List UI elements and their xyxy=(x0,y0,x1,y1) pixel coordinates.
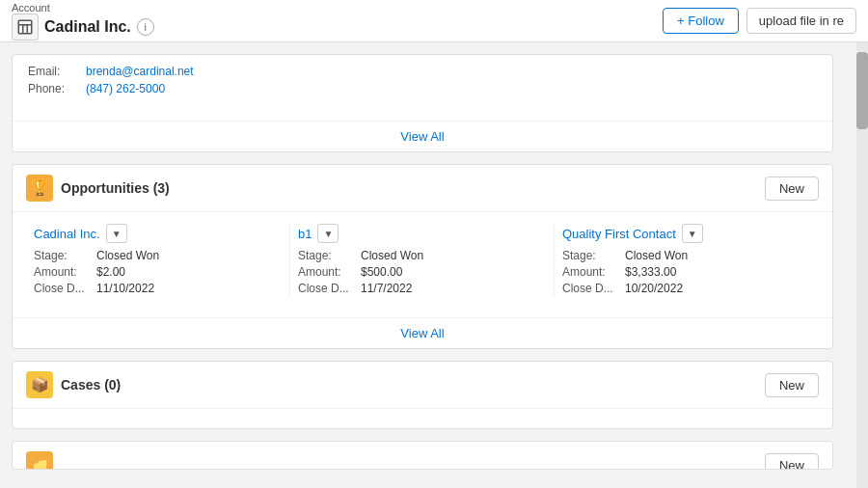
opp3-stage-value: Closed Won xyxy=(625,249,688,262)
opp2-amount-row: Amount: $500.00 xyxy=(298,265,546,279)
opp3-close-label: Close D... xyxy=(562,282,625,295)
info-icon[interactable]: i xyxy=(137,18,154,36)
follow-button[interactable]: + Follow xyxy=(663,8,739,34)
opp3-stage-label: Stage: xyxy=(562,249,625,262)
email-value[interactable]: brenda@cardinal.net xyxy=(86,65,194,78)
opp2-dropdown-button[interactable]: ▼ xyxy=(317,224,339,243)
opp3-amount-value: $3,333.00 xyxy=(625,265,676,279)
opportunity-item-1: Cadinal Inc. ▼ Stage: Closed Won Amount:… xyxy=(26,224,290,298)
opp2-stage-row: Stage: Closed Won xyxy=(298,249,546,262)
header-bar: Account Cadinal Inc. i + Follow upload f… xyxy=(0,0,868,42)
bottom-new-button[interactable]: New xyxy=(765,453,819,471)
opp3-amount-row: Amount: $3,333.00 xyxy=(562,265,811,279)
opp1-close-value: 11/10/2022 xyxy=(96,282,154,295)
svg-rect-0 xyxy=(18,20,32,34)
upload-button[interactable]: upload file in re xyxy=(746,8,856,34)
opp2-close-value: 11/7/2022 xyxy=(361,282,412,295)
contact-card: Email: brenda@cardinal.net Phone: (847) … xyxy=(12,54,833,152)
opp2-close-label: Close D... xyxy=(298,282,361,295)
contact-info: Email: brenda@cardinal.net Phone: (847) … xyxy=(13,55,832,113)
bottom-section-icon: 📁 xyxy=(26,451,53,470)
main-content: Email: brenda@cardinal.net Phone: (847) … xyxy=(0,42,856,488)
opp2-stage-value: Closed Won xyxy=(361,249,423,262)
account-name: Cadinal Inc. xyxy=(44,18,131,36)
opportunities-card: 🏆 Opportunities (3) New Cadinal Inc. ▼ S… xyxy=(12,164,833,349)
opp2-close-row: Close D... 11/7/2022 xyxy=(298,282,546,295)
opp1-stage-row: Stage: Closed Won xyxy=(34,249,282,262)
opp1-name-row: Cadinal Inc. ▼ xyxy=(34,224,282,243)
opp2-amount-label: Amount: xyxy=(298,265,361,279)
opportunities-grid: Cadinal Inc. ▼ Stage: Closed Won Amount:… xyxy=(13,212,832,310)
opportunities-header: 🏆 Opportunities (3) New xyxy=(13,165,832,212)
opp1-amount-label: Amount: xyxy=(34,265,96,279)
opp2-name-row: b1 ▼ xyxy=(298,224,546,243)
cases-new-button[interactable]: New xyxy=(765,373,819,397)
bottom-title-row: 📁 xyxy=(26,451,53,470)
opportunities-title: Opportunities (3) xyxy=(61,180,170,196)
account-name-row: Cadinal Inc. i xyxy=(12,14,154,41)
opportunity-item-2: b1 ▼ Stage: Closed Won Amount: $500.00 C… xyxy=(290,224,555,298)
header-left: Account Cadinal Inc. i xyxy=(12,2,154,41)
opp3-close-row: Close D... 10/20/2022 xyxy=(562,282,811,295)
opp2-name[interactable]: b1 xyxy=(298,227,312,241)
opp-view-all-row: View All xyxy=(13,317,832,348)
bottom-section-header: 📁 New xyxy=(13,442,832,470)
opp1-close-row: Close D... 11/10/2022 xyxy=(34,282,282,295)
opportunity-item-3: Quality First Contact ▼ Stage: Closed Wo… xyxy=(555,224,819,298)
opportunities-icon: 🏆 xyxy=(26,175,53,202)
opp1-stage-label: Stage: xyxy=(34,249,96,262)
opp-view-all-link[interactable]: View All xyxy=(400,326,444,340)
cases-body xyxy=(13,409,832,428)
opp1-amount-row: Amount: $2.00 xyxy=(34,265,282,279)
header-right: + Follow upload file in re xyxy=(663,8,856,34)
scrollbar-track xyxy=(856,42,868,488)
opp3-name[interactable]: Quality First Contact xyxy=(562,227,676,241)
cases-title: Cases (0) xyxy=(61,377,121,393)
opp1-name[interactable]: Cadinal Inc. xyxy=(34,227,100,241)
phone-row: Phone: (847) 262-5000 xyxy=(28,82,817,95)
phone-label: Phone: xyxy=(28,82,86,95)
opp3-name-row: Quality First Contact ▼ xyxy=(562,224,811,243)
cases-card: 📦 Cases (0) New xyxy=(12,361,833,429)
opp3-stage-row: Stage: Closed Won xyxy=(562,249,811,262)
opp2-amount-value: $500.00 xyxy=(361,265,402,279)
phone-value[interactable]: (847) 262-5000 xyxy=(86,82,165,95)
opp1-amount-value: $2.00 xyxy=(96,265,125,279)
opp1-dropdown-button[interactable]: ▼ xyxy=(106,224,127,243)
cases-icon: 📦 xyxy=(26,371,53,398)
email-label: Email: xyxy=(28,65,86,78)
opp3-dropdown-button[interactable]: ▼ xyxy=(682,224,703,243)
cases-title-row: 📦 Cases (0) xyxy=(26,371,121,398)
opp3-close-value: 10/20/2022 xyxy=(625,282,683,295)
breadcrumb: Account xyxy=(12,2,154,14)
cases-header: 📦 Cases (0) New xyxy=(13,362,832,409)
opp1-close-label: Close D... xyxy=(34,282,96,295)
contact-view-all-row: View All xyxy=(13,121,832,151)
opp3-amount-label: Amount: xyxy=(562,265,625,279)
bottom-section-card: 📁 New xyxy=(12,441,833,470)
contact-view-all-link[interactable]: View All xyxy=(400,129,444,144)
opp2-stage-label: Stage: xyxy=(298,249,361,262)
opportunities-title-row: 🏆 Opportunities (3) xyxy=(26,175,170,202)
email-row: Email: brenda@cardinal.net xyxy=(28,65,817,78)
scrollbar-thumb[interactable] xyxy=(856,52,868,129)
opportunities-new-button[interactable]: New xyxy=(765,176,819,201)
account-building-icon xyxy=(12,14,39,41)
opp1-stage-value: Closed Won xyxy=(96,249,159,262)
